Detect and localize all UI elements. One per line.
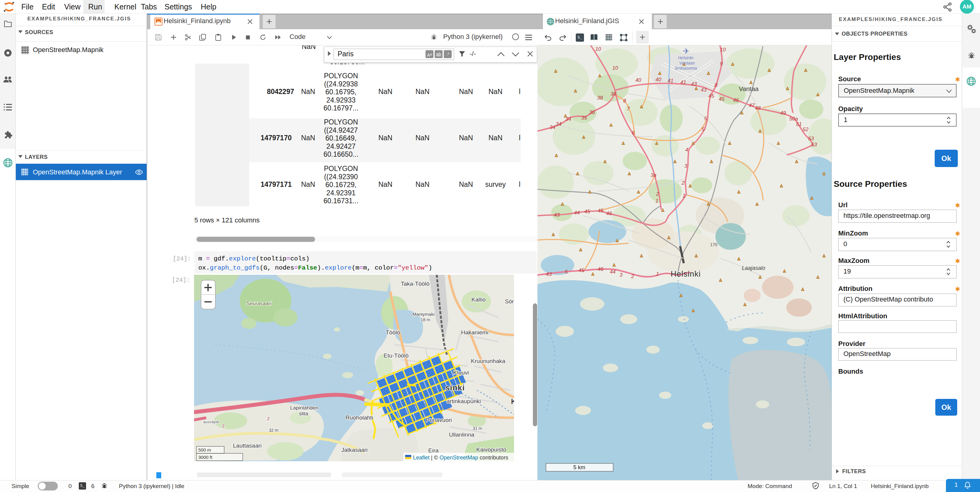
svg-text:32 m: 32 m: [269, 428, 278, 433]
svg-text:44: 44: [574, 210, 580, 216]
svg-text:5: 5: [704, 116, 707, 121]
svg-text:Kluuvi: Kluuvi: [453, 369, 469, 376]
svg-text:Ullanlinna: Ullanlinna: [449, 431, 474, 438]
svg-text:Etu-Töölö: Etu-Töölö: [383, 352, 409, 359]
svg-text:40: 40: [655, 77, 661, 83]
svg-text:43: 43: [546, 271, 552, 277]
svg-text:2: 2: [681, 180, 685, 186]
svg-text:35: 35: [581, 115, 587, 121]
svg-text:Seurasaari: Seurasaari: [247, 301, 272, 306]
svg-text:44: 44: [610, 269, 616, 275]
svg-text:46: 46: [606, 210, 612, 217]
svg-text:Helsinki: Helsinki: [671, 269, 701, 279]
svg-text:43: 43: [554, 212, 560, 218]
svg-text:10: 10: [595, 46, 601, 52]
svg-text:34: 34: [565, 116, 571, 122]
svg-text:Laajasalo: Laajasalo: [742, 265, 765, 271]
svg-text:3: 3: [620, 272, 623, 278]
svg-text:43: 43: [701, 87, 706, 93]
svg-text:43: 43: [691, 81, 697, 87]
svg-text:45: 45: [579, 267, 584, 273]
svg-text:Helsinki-: Helsinki-: [678, 56, 694, 60]
svg-text:45: 45: [708, 93, 714, 99]
svg-text:Ruoholahti: Ruoholahti: [345, 414, 373, 421]
svg-text:1: 1: [682, 193, 685, 199]
svg-text:Lapinlahden: Lapinlahden: [290, 405, 318, 411]
svg-text:34: 34: [550, 124, 555, 130]
svg-text:34: 34: [556, 121, 562, 127]
svg-text:31 m: 31 m: [473, 426, 482, 431]
svg-text:46: 46: [598, 266, 603, 272]
svg-text:✈: ✈: [683, 46, 689, 56]
svg-text:3a: 3a: [651, 172, 656, 178]
svg-text:9: 9: [720, 61, 723, 67]
svg-text:slita: slita: [299, 411, 309, 417]
svg-text:Hakaniemi: Hakaniemi: [461, 329, 488, 336]
svg-text:Jatkasaari: Jatkasaari: [341, 447, 368, 453]
svg-text:Kruununhaka: Kruununhaka: [471, 358, 505, 364]
svg-text:49: 49: [780, 110, 786, 116]
svg-text:41: 41: [680, 80, 686, 85]
svg-text:6: 6: [632, 130, 635, 136]
svg-text:50a: 50a: [789, 116, 798, 122]
svg-text:Taka-Töölö: Taka-Töölö: [401, 280, 430, 287]
svg-text:Mantymaki: Mantymaki: [412, 312, 434, 317]
svg-text:Vantaa: Vantaa: [739, 85, 759, 92]
svg-text:41: 41: [668, 78, 673, 84]
svg-text:10: 10: [612, 65, 618, 71]
svg-text:artinkaupunki: artinkaupunki: [447, 398, 481, 404]
svg-text:48: 48: [755, 105, 761, 111]
svg-text:8: 8: [714, 82, 718, 88]
svg-text:10: 10: [720, 47, 726, 53]
svg-text:2: 2: [267, 416, 269, 421]
svg-text:2: 2: [631, 274, 634, 279]
svg-text:Kallio: Kallio: [471, 296, 485, 303]
svg-text:sinki: sinki: [445, 383, 465, 392]
svg-text:lentoasema: lentoasema: [675, 66, 697, 71]
svg-text:36: 36: [589, 110, 595, 115]
svg-text:500 m: 500 m: [198, 447, 211, 452]
svg-text:45: 45: [719, 96, 724, 102]
svg-text:170: 170: [710, 242, 718, 247]
svg-text:Kaivopuisto: Kaivopuisto: [476, 446, 506, 453]
svg-text:8: 8: [623, 98, 626, 104]
svg-text:45: 45: [598, 208, 603, 213]
svg-text:38: 38: [611, 91, 616, 97]
svg-text:2: 2: [222, 423, 224, 428]
svg-text:38: 38: [597, 95, 603, 101]
svg-text:52: 52: [803, 127, 808, 132]
svg-text:Leaflet | © OpenStreetMap cont: Leaflet | © OpenStreetMap contributors: [413, 455, 508, 461]
svg-text:3000 ft: 3000 ft: [198, 455, 213, 460]
svg-text:Eira: Eira: [428, 447, 439, 454]
svg-text:53: 53: [808, 136, 814, 142]
svg-text:45: 45: [584, 209, 590, 215]
svg-text:2: 2: [656, 191, 659, 197]
svg-text:47: 47: [749, 102, 755, 108]
svg-text:K: K: [511, 397, 514, 406]
svg-text:3: 3: [684, 163, 687, 169]
svg-text:40: 40: [635, 77, 641, 83]
svg-text:ausväylä: ausväylä: [203, 420, 219, 424]
svg-text:4: 4: [685, 147, 688, 153]
svg-text:46: 46: [733, 97, 739, 103]
svg-text:Lauttasaari: Lauttasaari: [233, 443, 262, 449]
svg-text:5 km: 5 km: [573, 464, 585, 470]
svg-text:53: 53: [811, 142, 817, 148]
svg-text:18 m: 18 m: [421, 317, 430, 322]
svg-text:51: 51: [796, 121, 802, 127]
svg-text:1: 1: [655, 198, 658, 204]
svg-text:Sörn: Sörn: [505, 298, 514, 304]
svg-text:5: 5: [702, 126, 705, 132]
svg-text:5: 5: [565, 269, 568, 275]
svg-text:7: 7: [627, 106, 630, 111]
svg-text:Vantaan: Vantaan: [679, 61, 695, 65]
svg-text:1: 1: [656, 271, 659, 277]
svg-text:Punavuori: Punavuori: [426, 417, 452, 423]
svg-text:Töölö: Töölö: [386, 329, 400, 336]
